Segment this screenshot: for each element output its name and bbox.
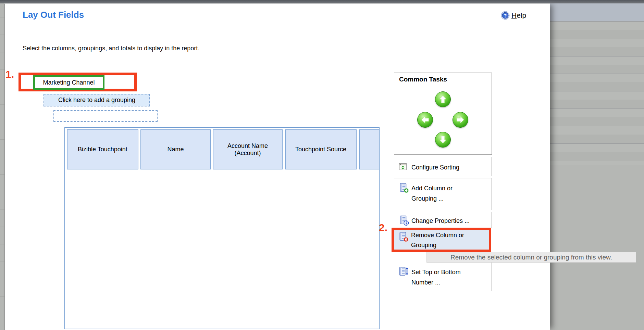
move-right-button[interactable]: [453, 112, 468, 128]
annotation-step-1: 1.: [5, 68, 14, 80]
move-up-button[interactable]: [435, 91, 451, 107]
add-grouping-placeholder[interactable]: Click here to add a grouping: [44, 94, 150, 106]
report-columns-preview: Bizible Touchpoint Name Account Name (Ac…: [64, 127, 380, 329]
dialog-instructions: Select the columns, groupings, and total…: [23, 45, 199, 52]
annotation-step-2: 2.: [379, 222, 387, 233]
column-header-touchpoint-source[interactable]: Touchpoint Source: [285, 129, 357, 169]
set-top-bottom-icon: [399, 267, 409, 277]
sort-window-icon: [399, 163, 407, 171]
help-link[interactable]: ? Help: [501, 11, 526, 20]
task-remove-column-or-grouping[interactable]: Remove Column or Grouping: [394, 230, 489, 250]
column-header-name[interactable]: Name: [140, 129, 211, 169]
help-label: Help: [511, 11, 526, 20]
task-label-line1: Set Top or Bottom: [411, 267, 461, 277]
task-label-line2: Grouping: [411, 240, 464, 250]
move-left-button[interactable]: [417, 112, 433, 128]
screen: Lay Out Fields ? Help Select the columns…: [0, 0, 644, 330]
page-title: Lay Out Fields: [23, 10, 84, 20]
arrow-left-icon: [421, 115, 430, 124]
change-properties-icon: [399, 215, 409, 226]
empty-grouping-slot[interactable]: [53, 110, 158, 122]
task-label-line2: Grouping ...: [411, 193, 453, 204]
task-add-column-or-grouping[interactable]: Add Column or Grouping ...: [394, 178, 492, 210]
task-label-line1: Add Column or: [411, 183, 453, 193]
remove-tooltip: Remove the selected column or grouping f…: [426, 252, 636, 263]
common-tasks-title: Common Tasks: [399, 76, 447, 83]
help-icon: ?: [501, 11, 510, 20]
add-column-icon: [399, 183, 409, 193]
column-header-account-name[interactable]: Account Name (Account): [213, 129, 283, 169]
move-down-button[interactable]: [435, 132, 451, 148]
task-change-properties[interactable]: Change Properties ...: [394, 212, 492, 228]
task-label: Change Properties ...: [411, 216, 470, 226]
remove-column-icon: [398, 232, 409, 242]
window-top-edge: [0, 0, 644, 3]
column-header-bizible-touchpoint[interactable]: Bizible Touchpoint: [67, 129, 138, 169]
task-label-line2: Number ...: [411, 277, 461, 288]
task-configure-sorting[interactable]: Configure Sorting: [394, 157, 492, 176]
task-label: Configure Sorting: [411, 162, 459, 173]
grouping-field-marketing-channel[interactable]: Marketing Channel: [33, 75, 104, 90]
task-set-top-or-bottom-number[interactable]: Set Top or Bottom Number ...: [394, 262, 492, 291]
task-label-line1: Remove Column or: [411, 230, 464, 240]
column-header-ad-ca-clipped[interactable]: Ad Ca: [359, 129, 380, 169]
common-tasks-panel: Common Tasks: [394, 73, 492, 155]
arrow-right-icon: [456, 115, 465, 124]
arrow-down-icon: [438, 135, 447, 144]
svg-text:?: ?: [504, 13, 507, 18]
arrow-up-icon: [438, 95, 447, 104]
